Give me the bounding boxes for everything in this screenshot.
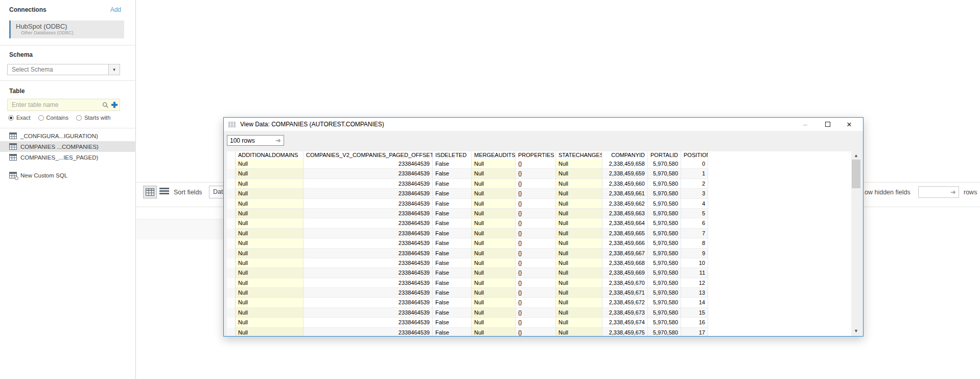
row-filler [708,249,851,258]
grid-header-cell[interactable]: COMPANIES_V2_COMPANIES_PAGED_OFFSET [304,151,433,159]
grid-cell: False [433,278,472,288]
grid-header-cell[interactable]: PORTALID [648,151,681,159]
row-gutter [227,298,236,307]
grid-row[interactable]: Null2338464539FalseNull{}Null2,338,459,6… [227,189,851,198]
grid-row[interactable]: Null2338464539FalseNull{}Null2,338,459,6… [227,258,851,268]
grid-cell: 5 [681,209,708,218]
grid-row[interactable]: Null2338464539FalseNull{}Null2,338,459,6… [227,249,851,258]
row-filler [708,268,851,278]
grid-header-cell[interactable]: ISDELETED [433,151,472,159]
row-filler [708,328,851,336]
grid-row[interactable]: Null2338464539FalseNull{}Null2,338,459,6… [227,159,851,169]
grid-row[interactable]: Null2338464539FalseNull{}Null2,338,459,6… [227,179,851,189]
grid-cell: Null [472,218,516,228]
grid-row[interactable]: Null2338464539FalseNull{}Null2,338,459,6… [227,209,851,218]
table-search-input[interactable] [12,101,102,108]
grid-cell: 7 [681,229,708,238]
grid-cell: Null [472,189,516,198]
row-gutter [227,328,236,336]
grid-cell: Null [472,288,516,298]
row-filler [708,189,851,198]
new-table-plus-icon[interactable] [111,102,118,108]
table-search [7,99,120,111]
grid-cell: Null [472,238,516,248]
scroll-down-icon[interactable]: ▼ [852,327,860,335]
grid-cell: 11 [681,268,708,278]
grid-view-button[interactable] [143,186,157,198]
grid-cell: 5,970,580 [648,199,681,209]
grid-cell: Null [556,328,602,336]
grid-row[interactable]: Null2338464539FalseNull{}Null2,338,459,6… [227,268,851,278]
grid-cell: 2338464539 [304,229,433,238]
row-gutter [227,218,236,228]
grid-cell: 5,970,580 [648,179,681,189]
apply-rows-arrow-icon[interactable]: ➜ [948,188,959,196]
grid-header-cell[interactable]: PROPERTIES [516,151,556,159]
row-filler [708,278,851,288]
grid-header-cell[interactable]: COMPANYID [602,151,648,159]
grid-header-cell[interactable]: STATECHANGES [556,151,602,159]
rows-limit-input[interactable] [919,189,948,196]
grid-view-icon [146,188,154,196]
grid-row[interactable]: Null2338464539FalseNull{}Null2,338,459,6… [227,169,851,179]
grid-cell: 6 [681,218,708,228]
close-button[interactable]: ✕ [841,118,858,131]
grid-row[interactable]: Null2338464539FalseNull{}Null2,338,459,6… [227,298,851,307]
grid-row[interactable]: Null2338464539FalseNull{}Null2,338,459,6… [227,318,851,327]
grid-row[interactable]: Null2338464539FalseNull{}Null2,338,459,6… [227,218,851,228]
grid-cell: Null [556,179,602,189]
row-gutter [227,229,236,238]
grid-header-cell[interactable]: POSITION [681,151,708,159]
grid-cell: 3 [681,189,708,198]
grid-header-row: ADDITIONALDOMAINSCOMPANIES_V2_COMPANIES_… [227,151,851,159]
vertical-scrollbar[interactable]: ▲ ▼ [852,151,860,335]
table-item-companies[interactable]: COMPANIES ...COMPANIES) [0,141,136,152]
schema-select[interactable]: Select Schema ▼ [7,64,120,75]
dialog-titlebar[interactable]: View Data: COMPANIES (AUTOREST.COMPANIES… [224,118,863,131]
row-count-value[interactable]: 100 rows [227,137,273,144]
maximize-button[interactable] [819,118,836,131]
radio-exact[interactable]: Exact [8,115,31,121]
minimize-button[interactable]: – [797,118,814,131]
scroll-up-icon[interactable]: ▲ [852,151,860,160]
grid-cell: 2338464539 [304,318,433,327]
apply-row-count-arrow-icon[interactable]: ➜ [273,137,284,144]
add-connection-link[interactable]: Add [110,6,121,13]
new-custom-sql[interactable]: New Custom SQL [0,170,136,181]
grid-cell: Null [472,169,516,179]
radio-starts-with[interactable]: Starts with [76,115,110,121]
row-filler [708,229,851,238]
table-item-companies-paged[interactable]: COMPANIES_...IES_PAGED) [0,152,136,163]
grid-cell: 5,970,580 [648,318,681,327]
list-view-button[interactable] [159,188,169,196]
row-filler [708,308,851,318]
grid-cell: Null [556,318,602,327]
grid-header-cell[interactable]: MERGEAUDITS [472,151,516,159]
grid-cell: False [433,288,472,298]
grid-cell: Null [472,278,516,288]
view-data-dialog: View Data: COMPANIES (AUTOREST.COMPANIES… [223,117,864,337]
table-gear-icon [9,172,17,179]
grid-cell: Null [556,288,602,298]
grid-cell: Null [236,159,304,169]
grid-row[interactable]: Null2338464539FalseNull{}Null2,338,459,6… [227,278,851,288]
grid-row[interactable]: Null2338464539FalseNull{}Null2,338,459,6… [227,238,851,248]
grid-cell: 2338464539 [304,199,433,209]
grid-cell: 2338464539 [304,268,433,278]
grid-row[interactable]: Null2338464539FalseNull{}Null2,338,459,6… [227,229,851,238]
grid-cell: 2338464539 [304,278,433,288]
chevron-down-icon[interactable]: ▼ [108,64,120,75]
grid-row[interactable]: Null2338464539FalseNull{}Null2,338,459,6… [227,308,851,318]
radio-contains[interactable]: Contains [38,115,68,121]
grid-row[interactable]: Null2338464539FalseNull{}Null2,338,459,6… [227,288,851,298]
connection-item-hubspot[interactable]: HubSpot (ODBC) Other Databases (ODBC) [9,20,124,38]
row-count-field: 100 rows ➜ [227,135,284,146]
scrollbar-thumb[interactable] [852,160,860,188]
grid-cell: Null [472,258,516,268]
table-item-configuration[interactable]: _CONFIGURA...IGURATION) [0,130,136,141]
grid-cell: {} [516,189,556,198]
grid-header-cell[interactable]: ADDITIONALDOMAINS [236,151,304,159]
maximize-icon [825,122,830,127]
grid-row[interactable]: Null2338464539FalseNull{}Null2,338,459,6… [227,199,851,209]
grid-row[interactable]: Null2338464539FalseNull{}Null2,338,459,6… [227,328,851,336]
